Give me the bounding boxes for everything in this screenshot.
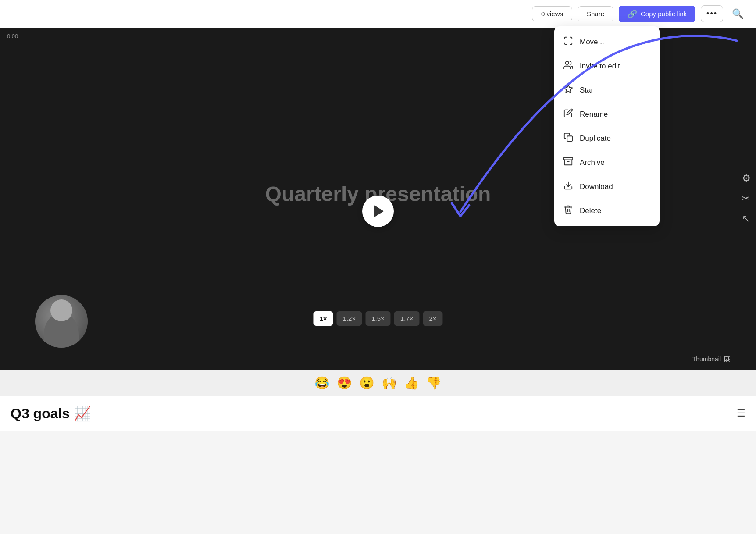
emoji-wow[interactable]: 😮 <box>359 376 374 390</box>
page-title: Q3 goals 📈 <box>11 405 91 422</box>
invite-icon <box>563 60 574 72</box>
avatar <box>35 295 88 348</box>
top-bar: 0 views Share 🔗 Copy public link ••• 🔍 <box>0 0 756 28</box>
menu-item-rename[interactable]: Rename <box>554 102 660 126</box>
menu-label-delete: Delete <box>580 206 601 215</box>
search-button[interactable]: 🔍 <box>728 7 747 21</box>
menu-item-invite[interactable]: Invite to edit... <box>554 54 660 78</box>
emoji-love[interactable]: 😍 <box>337 376 352 390</box>
emoji-thumbsup[interactable]: 👍 <box>404 376 419 390</box>
copy-link-label: Copy public link <box>641 10 687 18</box>
svg-point-0 <box>566 61 569 64</box>
thumbnail-text: Thumbnail <box>692 356 721 363</box>
menu-label-download: Download <box>580 182 613 191</box>
menu-item-duplicate[interactable]: Duplicate <box>554 126 660 150</box>
menu-item-delete[interactable]: Delete <box>554 199 660 223</box>
video-timestamp: 0:00 <box>7 33 18 39</box>
delete-icon <box>563 205 574 217</box>
menu-item-star[interactable]: Star <box>554 78 660 102</box>
menu-label-star: Star <box>580 86 593 95</box>
emoji-laugh[interactable]: 😂 <box>314 376 330 390</box>
views-button[interactable]: 0 views <box>532 6 572 21</box>
copy-link-button[interactable]: 🔗 Copy public link <box>619 6 695 22</box>
svg-rect-3 <box>564 158 573 160</box>
search-icon: 🔍 <box>732 8 744 19</box>
menu-label-duplicate: Duplicate <box>580 134 611 143</box>
thumbnail-label: Thumbnail 🖼 <box>692 356 730 363</box>
menu-item-move[interactable]: Move... <box>554 30 660 54</box>
star-icon <box>563 84 574 96</box>
list-menu-icon[interactable]: ☰ <box>737 408 745 419</box>
speed-1-7x[interactable]: 1.7× <box>394 311 420 326</box>
duplicate-icon <box>563 132 574 144</box>
menu-label-archive: Archive <box>580 158 605 167</box>
emoji-bar: 😂 😍 😮 🙌 👍 👎 <box>0 370 756 396</box>
bottom-bar: Q3 goals 📈 ☰ <box>0 396 756 431</box>
scissors-icon[interactable]: ✂ <box>742 193 751 204</box>
speed-1x[interactable]: 1× <box>313 311 333 326</box>
speed-1-2x[interactable]: 1.2× <box>337 311 362 326</box>
menu-item-download[interactable]: Download <box>554 174 660 199</box>
menu-label-rename: Rename <box>580 110 608 119</box>
menu-item-archive[interactable]: Archive <box>554 150 660 174</box>
menu-label-invite: Invite to edit... <box>580 62 626 71</box>
share-button[interactable]: Share <box>578 6 613 21</box>
sliders-icon[interactable]: ⚙ <box>742 173 751 184</box>
svg-marker-1 <box>564 85 572 93</box>
emoji-thumbsdown[interactable]: 👎 <box>426 376 442 390</box>
menu-label-move: Move... <box>580 38 604 46</box>
thumbnail-icon: 🖼 <box>724 356 730 363</box>
link-icon: 🔗 <box>628 9 637 19</box>
cursor-icon[interactable]: ↖ <box>742 213 751 224</box>
emoji-hands[interactable]: 🙌 <box>382 376 397 390</box>
svg-rect-2 <box>567 136 572 141</box>
archive-icon <box>563 157 574 168</box>
more-options-button[interactable]: ••• <box>701 5 723 22</box>
speed-2x[interactable]: 2× <box>423 311 442 326</box>
right-toolbar: ⚙ ✂ ↖ <box>737 167 756 230</box>
play-button[interactable] <box>362 196 394 227</box>
speed-controls: 1× 1.2× 1.5× 1.7× 2× <box>313 311 442 326</box>
dropdown-menu: Move... Invite to edit... Star Rename <box>554 26 660 226</box>
rename-icon <box>563 108 574 120</box>
speed-1-5x[interactable]: 1.5× <box>365 311 391 326</box>
download-icon <box>563 181 574 192</box>
move-icon <box>563 36 574 48</box>
